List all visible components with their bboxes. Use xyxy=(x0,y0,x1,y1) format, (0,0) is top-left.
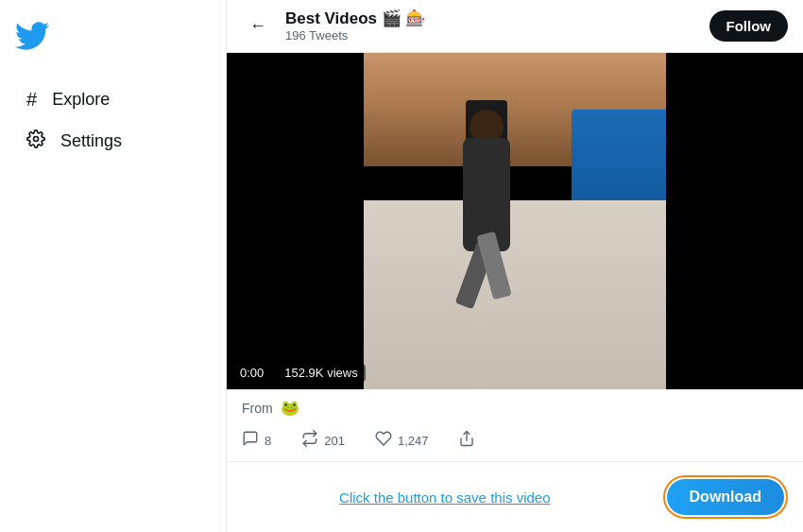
from-section: From 🐸 xyxy=(227,389,803,426)
share-icon xyxy=(458,430,475,452)
header-title: Best Videos 🎬 🎰 xyxy=(285,9,698,28)
from-label: From xyxy=(242,401,273,416)
twitter-logo xyxy=(15,11,211,64)
video-views: 152.9K views xyxy=(277,364,365,382)
page-header: ← Best Videos 🎬 🎰 196 Tweets Follow xyxy=(227,0,803,53)
sidebar-item-settings-label: Settings xyxy=(60,131,122,151)
comment-count: 8 xyxy=(265,434,271,448)
bottom-section: Click the button to save this video Down… xyxy=(227,462,803,532)
video-overlay: 0:00 152.9K views xyxy=(234,364,366,382)
sidebar-item-settings[interactable]: Settings xyxy=(15,120,211,163)
video-time: 0:00 xyxy=(234,364,269,382)
back-button[interactable]: ← xyxy=(242,10,274,43)
content-area: 0:00 152.9K views From 🐸 8 xyxy=(227,53,803,532)
download-button[interactable]: Download xyxy=(667,479,784,515)
scene-person xyxy=(449,110,524,299)
retweet-icon xyxy=(301,430,318,452)
header-subtitle: 196 Tweets xyxy=(285,28,698,43)
video-container[interactable]: 0:00 152.9K views xyxy=(227,53,803,389)
comment-icon xyxy=(242,430,259,452)
like-count: 1,247 xyxy=(398,434,429,448)
download-wrapper: Download xyxy=(663,475,788,519)
retweet-count: 201 xyxy=(324,434,345,448)
sidebar-item-explore-label: Explore xyxy=(52,90,110,110)
video-scene-inner xyxy=(364,53,666,389)
sidebar-item-explore[interactable]: # Explore xyxy=(15,79,211,120)
main-content: ← Best Videos 🎬 🎰 196 Tweets Follow xyxy=(227,0,803,532)
gear-icon xyxy=(26,129,45,153)
share-action[interactable] xyxy=(458,430,475,452)
header-info: Best Videos 🎬 🎰 196 Tweets xyxy=(285,9,698,43)
hash-icon: # xyxy=(26,89,37,111)
like-action[interactable]: 1,247 xyxy=(375,430,429,452)
comment-action[interactable]: 8 xyxy=(242,430,271,452)
actions-row: 8 201 1,2 xyxy=(227,426,803,462)
retweet-action[interactable]: 201 xyxy=(301,430,345,452)
svg-point-0 xyxy=(34,137,39,142)
follow-button[interactable]: Follow xyxy=(709,10,789,42)
like-icon xyxy=(375,430,392,452)
save-video-link[interactable]: Click the button to save this video xyxy=(242,489,648,506)
video-scene xyxy=(227,53,803,389)
from-emoji: 🐸 xyxy=(281,399,299,417)
sidebar: # Explore Settings xyxy=(0,0,227,532)
